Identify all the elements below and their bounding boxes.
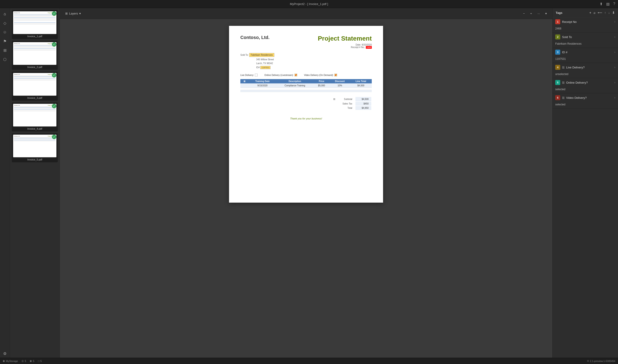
total-value: $4,950 (355, 106, 371, 110)
tag-chevron-5: › (614, 96, 615, 99)
toolbar: ⊞ Layers ▾ − + ··· ▾ (60, 8, 552, 19)
thumbnails-panel: ✓ Contoso, Ltd. Project Statement (10, 8, 60, 358)
thumb-check-3: ✓ (52, 104, 56, 108)
doc-meta: Date: 9/20/2020 Receipt # No.: 2468 (318, 43, 372, 49)
status-count-2: ◉ 5 (30, 360, 34, 363)
row1-price (313, 88, 330, 90)
tag-header-1[interactable]: 2 Sold To › (553, 33, 618, 41)
thumbnail-item-4[interactable]: ✓ Contoso, Ltd. Project Statement Invoic… (12, 133, 58, 162)
online-delivery-item: Online Delivery (Livestream): ✗ (264, 74, 297, 76)
help-icon[interactable]: ? (613, 2, 615, 6)
total-label: Total (340, 106, 355, 110)
doc-logo: Contoso, Ltd. (240, 35, 270, 40)
thumb-check-2: ✓ (52, 73, 56, 78)
layers-button[interactable]: ⊞ Layers ▾ (64, 11, 83, 16)
tag-badge-0: 1 (555, 19, 560, 24)
sidebar-item-settings[interactable]: ⚙ (1, 350, 9, 358)
tag-header-4[interactable]: 5 ⛓Online Delivery? › (553, 78, 618, 87)
sidebar-item-map[interactable]: ⚑ (1, 37, 9, 45)
tag-action-3-icon[interactable]: ↓ (608, 11, 610, 14)
tag-value-3: unselected (553, 72, 618, 78)
sidebar-item-users[interactable]: ☺ (1, 28, 9, 36)
more-options-button[interactable]: ··· (536, 11, 542, 16)
tag-action-1-icon[interactable]: ⟵ (598, 11, 602, 14)
live-delivery-checkbox[interactable] (255, 74, 258, 76)
document-view: Contoso, Ltd. Project Statement Date: 9/… (60, 19, 552, 358)
doc-header: Contoso, Ltd. Project Statement Date: 9/… (240, 35, 372, 49)
live-delivery-item: Live Delivery: (240, 74, 258, 76)
total-row: Total $4,950 (331, 106, 371, 110)
thumbnail-item-2[interactable]: ✓ Contoso, Ltd. Project Statement Invoic… (12, 72, 58, 101)
tag-item-0: 1 Receipt No › 2468 (553, 17, 618, 33)
row2-total (350, 90, 372, 92)
tags-title: Tags (556, 11, 562, 14)
date-value: 9/20/2020 (362, 43, 372, 46)
total-icon-cell (331, 106, 339, 110)
zoom-in-button[interactable]: + (528, 11, 534, 16)
toolbar-dropdown-button[interactable]: ▾ (543, 11, 549, 16)
row0-price: $5,000 (313, 83, 330, 88)
table-row-1 (240, 88, 372, 90)
row2-discount (330, 90, 350, 92)
online-delivery-checkbox[interactable]: ✗ (295, 74, 297, 76)
row0-date: 9/15/2020 (249, 83, 276, 88)
version-text: 2.1-preview.1-5305454 (590, 360, 615, 363)
tag-action-2-icon[interactable]: ↑ (605, 11, 606, 14)
tag-name-0: Receipt No (562, 20, 614, 24)
count2-icon: ◉ (30, 360, 32, 363)
thumb-label-1: Invoice_2.pdf (13, 66, 56, 68)
version-item: ⊙ 2.1-preview.1-5305454 (587, 360, 615, 363)
zoom-out-button[interactable]: − (521, 11, 527, 16)
tag-chevron-3: › (614, 66, 615, 69)
sidebar-item-plugin[interactable]: ⬡ (1, 55, 9, 64)
tag-header-0[interactable]: 1 Receipt No › (553, 17, 618, 26)
tag-header-5[interactable]: 6 ⛓Video Delivery? › (553, 93, 618, 102)
tag-item-5: 6 ⛓Video Delivery? › selected (553, 93, 618, 109)
thumbnail-item-3[interactable]: ✓ Contoso, Ltd. Project Statement Invoic… (12, 103, 58, 131)
search-tags-icon[interactable]: ⌕ (593, 11, 595, 14)
status-count-3: □ 5 (38, 360, 42, 363)
tag-chevron-0: › (614, 20, 615, 23)
video-delivery-checkbox[interactable]: ✗ (334, 74, 337, 76)
share-icon[interactable]: ⬆ (600, 2, 603, 6)
row1-discount (330, 88, 350, 90)
tag-item-1: 2 Sold To › Fabrikam Residences (553, 33, 618, 48)
col-line-total: Line Total (350, 79, 372, 83)
tag-header-2[interactable]: 3 ID # › (553, 48, 618, 56)
title-text: MyProject2 - [ Invoice_1.pdf ] (290, 2, 328, 6)
layers-dropdown-icon: ▾ (79, 12, 81, 15)
row2-icon (240, 90, 249, 92)
tax-icon-cell (331, 102, 339, 106)
sidebar-item-home[interactable]: ⌂ (1, 10, 9, 18)
subtotal-table-icon: ⊞ (333, 98, 335, 101)
status-count-1: ◎ 5 (22, 360, 26, 363)
sidebar-item-clipboard[interactable]: ⊞ (1, 46, 9, 54)
tags-header: Tags + ⌕ ⟵ ↑ ↓ ⬇ (553, 8, 618, 17)
tag-item-3: 4 ⛓Live Delivery? › unselected (553, 63, 618, 78)
count2-value: 5 (33, 360, 34, 363)
tag-badge-4: 5 (555, 80, 560, 85)
thumbnail-item-0[interactable]: ✓ Contoso, Ltd. Project Statement (12, 10, 58, 39)
row0-total: $4,500 (350, 83, 372, 88)
thumb-label-0: Invoice_1.pdf (13, 35, 56, 38)
delivery-section: Live Delivery: Online Delivery (Livestre… (240, 74, 372, 76)
tag-action-4-icon[interactable]: ⬇ (612, 11, 615, 14)
tag-name-4: ⛓Online Delivery? (562, 81, 614, 84)
sidebar-item-tags[interactable]: ◇ (1, 19, 9, 27)
row0-discount: 10% (330, 83, 350, 88)
add-tag-icon[interactable]: + (590, 11, 591, 14)
col-table-icon: ⊞ (240, 79, 249, 83)
tag-item-4: 5 ⛓Online Delivery? › selected (553, 78, 618, 93)
thank-you-text: Thank you for your business! (240, 117, 372, 120)
subtotal-row: ⊞ Subtotal $4,500 (331, 97, 371, 101)
receipt-label: Receipt # No.: (351, 46, 365, 49)
panels-icon[interactable]: ▤ (606, 2, 610, 6)
storage-item: ◉ MyStorage (3, 360, 18, 363)
count3-icon: □ (38, 360, 39, 363)
thumbnail-item-1[interactable]: ✓ Contoso, Ltd. Project Statement Invoi (12, 41, 58, 70)
version-icon: ⊙ (587, 360, 589, 363)
content-area: ⊞ Layers ▾ − + ··· ▾ Contoso, Ltd. Proje… (60, 8, 552, 358)
tag-header-3[interactable]: 4 ⛓Live Delivery? › (553, 63, 618, 72)
tag-badge-5: 6 (555, 95, 560, 100)
tag-name-3: ⛓Live Delivery? (562, 66, 614, 69)
